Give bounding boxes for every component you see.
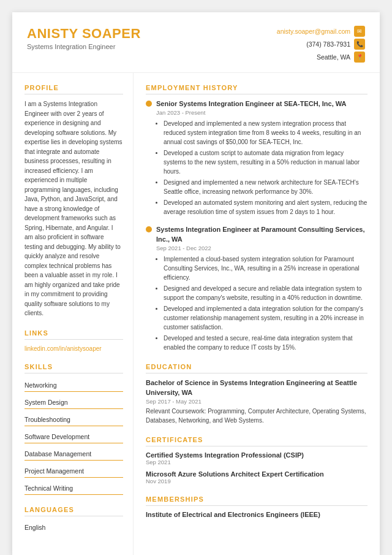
- body: PROFILE I am a Systems Integration Engin…: [12, 73, 380, 555]
- left-column: PROFILE I am a Systems Integration Engin…: [12, 73, 134, 555]
- edu-1-title: Bachelor of Science in Systems Integrati…: [146, 378, 368, 397]
- job-1-bullet-2: Developed a custom script to automate da…: [164, 148, 368, 176]
- right-column: EMPLOYMENT HISTORY Senior Systems Integr…: [134, 73, 380, 555]
- skill-project-mgmt: Project Management: [24, 464, 123, 478]
- education-section: EDUCATION Bachelor of Science in Systems…: [146, 363, 368, 425]
- job-2-dot: [146, 226, 152, 232]
- linkedin-link[interactable]: linkedin.com/in/anistysoaper: [24, 345, 102, 352]
- edu-1-text: Relevant Coursework: Programming, Comput…: [146, 407, 368, 425]
- skills-section: SKILLS Networking System Design Troubles…: [24, 363, 123, 495]
- skills-title: SKILLS: [24, 363, 123, 373]
- header-right: anisty.soaper@gmail.com ✉ (374) 783-7931…: [277, 26, 365, 63]
- cert-2-date: Nov 2019: [146, 478, 368, 484]
- certificates-section: CERTIFICATES Certified Systems Integrati…: [146, 436, 368, 484]
- job-2-bullet-1: Implemented a cloud-based system integra…: [164, 255, 368, 282]
- skill-database: Database Management: [24, 447, 123, 461]
- linkedin-link-item: linkedin.com/in/anistysoaper: [24, 345, 123, 352]
- member-1-title: Institute of Electrical and Electronics …: [146, 511, 368, 518]
- job-2-title-row: Systems Integration Engineer at Paramoun…: [146, 225, 368, 244]
- education-title: EDUCATION: [146, 363, 368, 373]
- links-title: LINKS: [24, 329, 123, 340]
- job-1-date: Jan 2023 - Present: [156, 109, 368, 116]
- location-contact: Seattle, WA 📍: [317, 52, 365, 63]
- job-2-date: Sep 2021 - Dec 2022: [156, 245, 368, 251]
- email-link[interactable]: anisty.soaper@gmail.com: [277, 28, 350, 35]
- job-2-bullet-2: Designed and developed a secure and reli…: [164, 284, 368, 302]
- job-2: Systems Integration Engineer at Paramoun…: [146, 225, 368, 352]
- skill-networking: Networking: [24, 378, 123, 392]
- job-2-bullets: Implemented a cloud-based system integra…: [156, 255, 368, 352]
- links-section: LINKS linkedin.com/in/anistysoaper: [24, 329, 123, 352]
- edu-1-date: Sep 2017 - May 2021: [146, 398, 368, 405]
- email-contact: anisty.soaper@gmail.com ✉: [277, 26, 365, 37]
- job-1-title: Senior Systems Integration Engineer at S…: [156, 99, 347, 109]
- skill-software-dev: Software Development: [24, 430, 123, 443]
- resume-container: ANISTY SOAPER Systems Integration Engine…: [12, 12, 380, 555]
- job-1-dot: [146, 101, 152, 107]
- job-1-bullet-1: Developed and implemented a new system i…: [164, 119, 368, 147]
- profile-text: I am a Systems Integration Engineer with…: [24, 99, 123, 318]
- job-2-bullet-3: Developed and implemented a data integra…: [164, 304, 368, 332]
- profile-section: PROFILE I am a Systems Integration Engin…: [24, 84, 123, 318]
- job-1-title-row: Senior Systems Integration Engineer at S…: [146, 99, 368, 109]
- job-2-bullet-4: Developed and tested a secure, real-time…: [164, 334, 368, 352]
- languages-section: LANGUAGES English: [24, 506, 123, 534]
- phone-icon: 📞: [354, 39, 365, 50]
- skill-system-design: System Design: [24, 396, 123, 409]
- location-text: Seattle, WA: [317, 53, 350, 61]
- memberships-section: MEMBERSHIPS Institute of Electrical and …: [146, 496, 368, 518]
- employment-title: EMPLOYMENT HISTORY: [146, 84, 368, 94]
- header-left: ANISTY SOAPER Systems Integration Engine…: [27, 26, 141, 50]
- job-1: Senior Systems Integration Engineer at S…: [146, 99, 368, 216]
- phone-text: (374) 783-7931: [306, 40, 350, 48]
- skill-troubleshooting: Troubleshooting: [24, 413, 123, 426]
- profile-title: PROFILE: [24, 84, 123, 94]
- job-1-bullet-4: Developed an automated system monitoring…: [164, 198, 368, 216]
- location-icon: 📍: [354, 52, 365, 63]
- cert-2-title: Microsoft Azure Solutions Architect Expe…: [146, 470, 368, 478]
- lang-english: English: [24, 521, 123, 534]
- memberships-title: MEMBERSHIPS: [146, 496, 368, 506]
- cert-1-date: Sep 2021: [146, 459, 368, 465]
- email-icon: ✉: [354, 26, 365, 37]
- employment-section: EMPLOYMENT HISTORY Senior Systems Integr…: [146, 84, 368, 352]
- phone-contact: (374) 783-7931 📞: [306, 39, 365, 50]
- candidate-title: Systems Integration Engineer: [27, 43, 141, 50]
- job-2-title: Systems Integration Engineer at Paramoun…: [156, 225, 368, 244]
- cert-1-title: Certified Systems Integration Profession…: [146, 451, 368, 459]
- certificates-title: CERTIFICATES: [146, 436, 368, 446]
- job-1-bullets: Developed and implemented a new system i…: [156, 119, 368, 216]
- job-1-bullet-3: Designed and implemented a new network a…: [164, 178, 368, 196]
- skill-technical-writing: Technical Writing: [24, 481, 123, 495]
- languages-title: LANGUAGES: [24, 506, 123, 516]
- candidate-name: ANISTY SOAPER: [27, 26, 141, 42]
- header: ANISTY SOAPER Systems Integration Engine…: [12, 12, 380, 73]
